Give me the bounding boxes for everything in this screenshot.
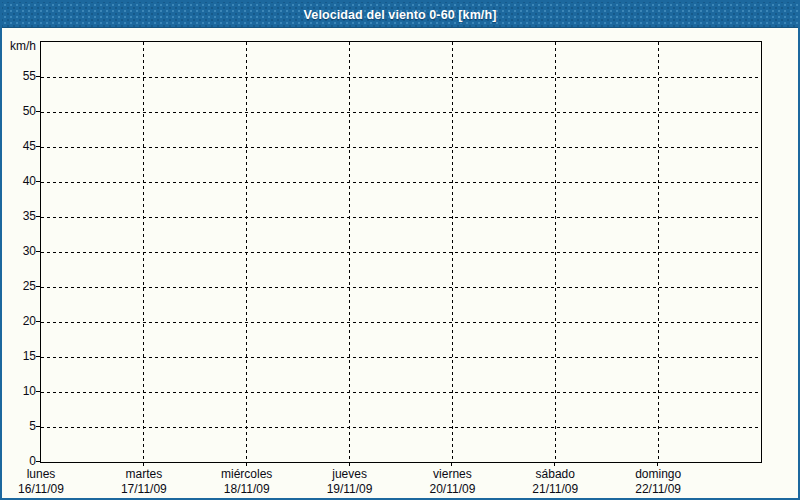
gridline-h xyxy=(41,287,761,288)
x-day-name: sábado xyxy=(532,467,578,482)
gridline-h xyxy=(41,217,761,218)
y-tick-label: 35 xyxy=(4,210,36,222)
x-tick-mark xyxy=(349,462,350,466)
y-tick-label: 50 xyxy=(4,105,36,117)
y-tick-mark xyxy=(36,391,40,392)
x-day-label: domingo22/11/09 xyxy=(635,467,681,497)
gridline-v xyxy=(349,42,350,462)
x-tick-mark xyxy=(143,462,144,466)
chart-area: km/h 0510152025303540455055lunes16/11/09… xyxy=(2,28,798,498)
y-tick-mark xyxy=(36,286,40,287)
x-day-date: 20/11/09 xyxy=(430,482,476,497)
y-tick-label: 20 xyxy=(4,315,36,327)
y-tick-label: 15 xyxy=(4,350,36,362)
y-tick-mark xyxy=(36,461,40,462)
gridline-v xyxy=(555,42,556,462)
gridline-h xyxy=(41,77,761,78)
gridline-h xyxy=(41,182,761,183)
x-tick-mark xyxy=(246,462,247,466)
plot-area xyxy=(40,41,762,463)
gridline-v xyxy=(143,42,144,462)
x-day-label: jueves19/11/09 xyxy=(327,467,373,497)
x-day-label: viernes20/11/09 xyxy=(430,467,476,497)
x-day-name: jueves xyxy=(327,467,373,482)
x-day-label: lunes16/11/09 xyxy=(18,467,64,497)
gridline-v xyxy=(246,42,247,462)
y-tick-mark xyxy=(36,251,40,252)
y-tick-label: 40 xyxy=(4,175,36,187)
gridline-h xyxy=(41,392,761,393)
x-day-label: miércoles18/11/09 xyxy=(221,467,272,497)
y-tick-label: 25 xyxy=(4,280,36,292)
y-tick-mark xyxy=(36,111,40,112)
y-tick-label: 30 xyxy=(4,245,36,257)
x-day-label: sábado21/11/09 xyxy=(532,467,578,497)
x-day-date: 21/11/09 xyxy=(532,482,578,497)
y-tick-mark xyxy=(36,426,40,427)
x-day-name: viernes xyxy=(430,467,476,482)
x-tick-mark xyxy=(451,462,452,466)
gridline-h xyxy=(41,147,761,148)
x-day-date: 17/11/09 xyxy=(121,482,167,497)
y-tick-label: 55 xyxy=(4,70,36,82)
x-day-name: martes xyxy=(121,467,167,482)
x-tick-mark xyxy=(657,462,658,466)
gridline-h xyxy=(41,252,761,253)
x-day-date: 19/11/09 xyxy=(327,482,373,497)
gridline-h xyxy=(41,357,761,358)
gridline-v xyxy=(452,42,453,462)
y-tick-label: 45 xyxy=(4,140,36,152)
y-tick-mark xyxy=(36,146,40,147)
y-tick-label: 10 xyxy=(4,385,36,397)
gridline-h xyxy=(41,427,761,428)
y-tick-mark xyxy=(36,76,40,77)
gridline-h xyxy=(41,322,761,323)
x-day-label: martes17/11/09 xyxy=(121,467,167,497)
y-tick-label: 5 xyxy=(4,420,36,432)
y-tick-mark xyxy=(36,181,40,182)
gridline-v xyxy=(658,42,659,462)
y-tick-label: 0 xyxy=(4,455,36,467)
x-day-date: 18/11/09 xyxy=(221,482,272,497)
x-day-name: lunes xyxy=(18,467,64,482)
x-day-name: miércoles xyxy=(221,467,272,482)
x-day-date: 16/11/09 xyxy=(18,482,64,497)
x-day-date: 22/11/09 xyxy=(635,482,681,497)
gridline-h xyxy=(41,112,761,113)
y-axis-unit-label: km/h xyxy=(2,40,36,52)
chart-window: Velocidad del viento 0-60 [km/h] km/h 05… xyxy=(0,0,800,500)
chart-title: Velocidad del viento 0-60 [km/h] xyxy=(304,8,497,22)
x-day-name: domingo xyxy=(635,467,681,482)
title-bar: Velocidad del viento 0-60 [km/h] xyxy=(2,2,798,28)
y-tick-mark xyxy=(36,321,40,322)
y-tick-mark xyxy=(36,356,40,357)
x-tick-mark xyxy=(554,462,555,466)
y-tick-mark xyxy=(36,216,40,217)
